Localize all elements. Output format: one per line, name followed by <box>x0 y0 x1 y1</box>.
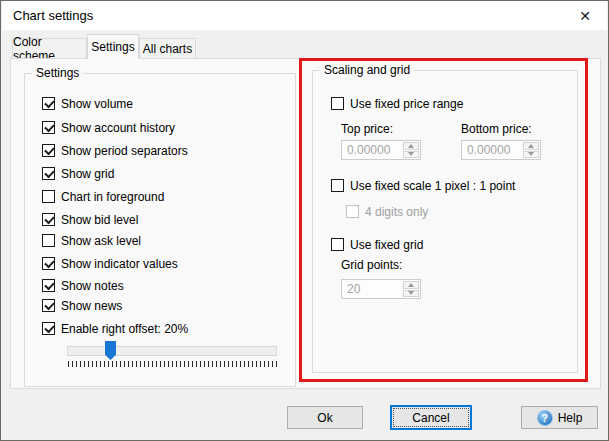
checkbox-icon <box>346 205 359 218</box>
checkbox-icon[interactable] <box>331 238 344 251</box>
help-button[interactable]: ? Help <box>521 406 598 429</box>
arrow-down-icon <box>408 291 414 295</box>
checkbox-label: Use fixed grid <box>350 238 423 252</box>
checkbox-icon[interactable] <box>42 167 55 180</box>
arrow-up-icon <box>528 144 534 148</box>
bottom-price-spinner[interactable] <box>523 142 539 158</box>
checkbox-use-fixed-scale[interactable]: Use fixed scale 1 pixel : 1 point <box>331 178 515 193</box>
arrow-up-icon <box>408 144 414 148</box>
tab-color-scheme[interactable]: Color scheme <box>12 38 87 59</box>
checkbox-icon[interactable] <box>42 97 55 110</box>
right-offset-slider-track[interactable] <box>67 346 277 356</box>
checkbox-show-news[interactable]: Show news <box>42 298 122 313</box>
chart-settings-dialog: Chart settings ✕ Color scheme Settings A… <box>0 0 609 441</box>
checkbox-label: Show bid level <box>61 213 138 227</box>
close-icon[interactable]: ✕ <box>573 5 597 26</box>
checkbox-icon[interactable] <box>42 322 55 335</box>
checkbox-label: Show account history <box>61 121 175 135</box>
arrow-down-icon <box>528 152 534 156</box>
top-price-input[interactable]: 0.00000 <box>341 140 421 160</box>
tab-settings[interactable]: Settings <box>87 34 139 59</box>
checkbox-show-indicator-values[interactable]: Show indicator values <box>42 256 178 271</box>
checkbox-show-account-history[interactable]: Show account history <box>42 120 175 135</box>
checkbox-use-fixed-grid[interactable]: Use fixed grid <box>331 237 423 252</box>
tab-label: Settings <box>91 40 134 54</box>
checkbox-show-volume[interactable]: Show volume <box>42 96 133 111</box>
checkbox-show-notes[interactable]: Show notes <box>42 278 124 293</box>
checkbox-label: 4 digits only <box>365 205 428 219</box>
cancel-button-label: Cancel <box>412 411 449 425</box>
ok-button-label: Ok <box>317 411 332 425</box>
checkbox-label: Use fixed scale 1 pixel : 1 point <box>350 179 515 193</box>
checkbox-4-digits-only: 4 digits only <box>346 204 428 219</box>
checkbox-icon[interactable] <box>42 121 55 134</box>
settings-group-title: Settings <box>32 66 83 80</box>
checkbox-label: Enable right offset: 20% <box>61 322 188 336</box>
top-price-value: 0.00000 <box>347 143 390 157</box>
grid-points-input[interactable]: 20 <box>341 279 421 299</box>
grid-points-spinner[interactable] <box>403 281 419 297</box>
grid-points-label: Grid points: <box>341 258 402 272</box>
help-button-label: Help <box>558 411 583 425</box>
checkbox-label: Show ask level <box>61 234 141 248</box>
bottom-price-label: Bottom price: <box>461 122 532 136</box>
checkbox-show-period-separators[interactable]: Show period separators <box>42 143 188 158</box>
spin-down-button[interactable] <box>403 151 419 159</box>
checkbox-label: Use fixed price range <box>350 97 463 111</box>
spin-down-button[interactable] <box>523 151 539 159</box>
checkbox-icon[interactable] <box>42 257 55 270</box>
title-bar: Chart settings ✕ <box>2 1 607 30</box>
spin-up-button[interactable] <box>523 142 539 150</box>
tab-label: All charts <box>143 42 192 56</box>
checkbox-label: Show news <box>61 299 122 313</box>
checkbox-label: Show volume <box>61 97 133 111</box>
checkbox-icon[interactable] <box>331 97 344 110</box>
checkbox-show-grid[interactable]: Show grid <box>42 166 114 181</box>
checkbox-show-ask-level[interactable]: Show ask level <box>42 233 141 248</box>
spin-down-button[interactable] <box>403 290 419 298</box>
checkbox-label: Show notes <box>61 279 124 293</box>
checkbox-icon[interactable] <box>42 299 55 312</box>
spin-up-button[interactable] <box>403 281 419 289</box>
checkbox-icon[interactable] <box>42 279 55 292</box>
checkbox-use-fixed-price-range[interactable]: Use fixed price range <box>331 96 463 111</box>
grid-points-value: 20 <box>347 282 360 296</box>
checkbox-icon[interactable] <box>42 144 55 157</box>
scaling-groupbox: Scaling and grid <box>312 70 578 373</box>
ok-button[interactable]: Ok <box>287 406 363 429</box>
checkbox-label: Show grid <box>61 167 114 181</box>
checkbox-label: Show period separators <box>61 144 188 158</box>
settings-tab-panel: Settings Show volume Show account histor… <box>10 58 601 389</box>
scaling-group-title: Scaling and grid <box>320 63 414 77</box>
top-price-label: Top price: <box>341 122 393 136</box>
checkbox-show-bid-level[interactable]: Show bid level <box>42 212 138 227</box>
help-question-icon: ? <box>537 410 553 426</box>
checkbox-icon[interactable] <box>42 190 55 203</box>
checkbox-label: Chart in foreground <box>61 190 164 204</box>
tab-all-charts[interactable]: All charts <box>139 38 196 59</box>
top-price-spinner[interactable] <box>403 142 419 158</box>
slider-tick-marks <box>68 361 280 367</box>
checkbox-icon[interactable] <box>42 234 55 247</box>
dialog-title: Chart settings <box>13 8 93 23</box>
spin-up-button[interactable] <box>403 142 419 150</box>
checkbox-chart-in-foreground[interactable]: Chart in foreground <box>42 189 164 204</box>
arrow-down-icon <box>408 152 414 156</box>
bottom-price-input[interactable]: 0.00000 <box>461 140 541 160</box>
cancel-button[interactable]: Cancel <box>390 405 472 430</box>
bottom-price-value: 0.00000 <box>467 143 510 157</box>
checkbox-label: Show indicator values <box>61 257 178 271</box>
checkbox-enable-right-offset[interactable]: Enable right offset: 20% <box>42 321 188 336</box>
checkbox-icon[interactable] <box>42 213 55 226</box>
arrow-up-icon <box>408 283 414 287</box>
checkbox-icon[interactable] <box>331 179 344 192</box>
